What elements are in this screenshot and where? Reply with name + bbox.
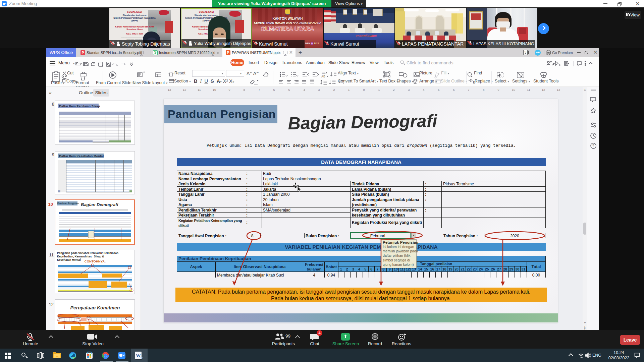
svg-text:?: ?: [592, 144, 594, 148]
svg-text:AB: AB: [321, 75, 325, 78]
